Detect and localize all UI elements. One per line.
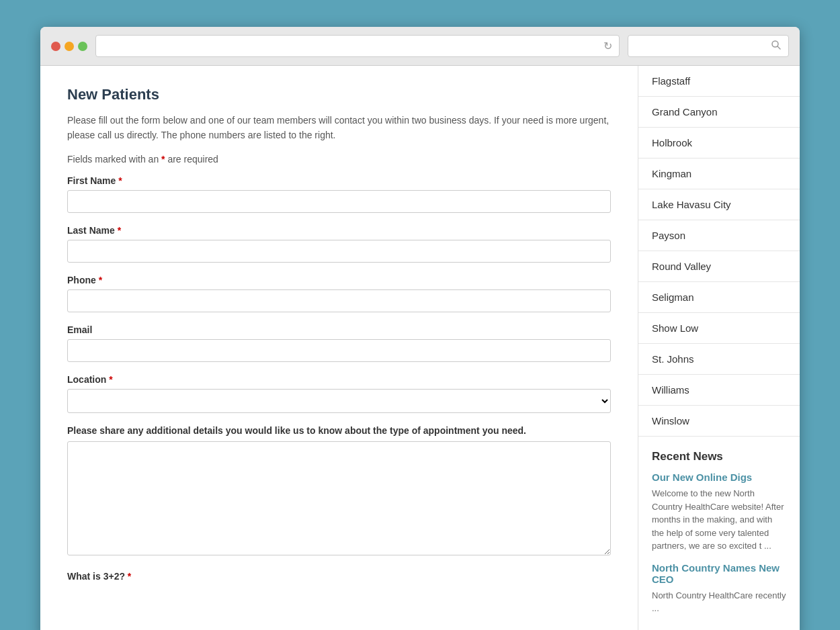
additional-details-group: Please share any additional details you … xyxy=(67,425,611,558)
recent-news-section: Recent News Our New Online Digs Welcome … xyxy=(638,437,800,630)
news-link-1[interactable]: Our New Online Digs xyxy=(652,471,786,483)
browser-window: http:// ↻ New Patients Please fill out t… xyxy=(40,27,800,630)
browser-search-input[interactable] xyxy=(635,41,771,52)
location-select[interactable]: Flagstaff Grand Canyon Holbrook Kingman … xyxy=(67,389,611,413)
last-name-label: Last Name * xyxy=(67,225,611,236)
location-label: Location * xyxy=(67,374,611,385)
location-group: Location * Flagstaff Grand Canyon Holbro… xyxy=(67,374,611,413)
required-asterisk: * xyxy=(161,154,167,165)
list-item: Round Valley xyxy=(638,251,800,282)
svg-line-1 xyxy=(778,46,780,49)
captcha-group: What is 3+2? * xyxy=(67,570,611,582)
main-content-area: New Patients Please fill out the form be… xyxy=(40,66,638,630)
email-label: Email xyxy=(67,324,611,335)
minimize-button[interactable] xyxy=(65,42,74,51)
email-input[interactable] xyxy=(67,339,611,362)
sidebar-item-seligman[interactable]: Seligman xyxy=(638,282,800,312)
first-name-input[interactable] xyxy=(67,190,611,213)
list-item: Payson xyxy=(638,220,800,251)
list-item: Winslow xyxy=(638,406,800,437)
last-name-group: Last Name * xyxy=(67,225,611,263)
browser-chrome: http:// ↻ xyxy=(40,27,800,66)
first-name-label: First Name * xyxy=(67,175,611,186)
search-icon[interactable] xyxy=(771,40,782,52)
list-item: Holbrook xyxy=(638,128,800,159)
additional-details-label: Please share any additional details you … xyxy=(67,425,611,436)
news-excerpt-2: North Country HealthCare recently ... xyxy=(652,589,786,615)
list-item: Seligman xyxy=(638,282,800,313)
last-name-input[interactable] xyxy=(67,240,611,263)
url-input[interactable]: http:// xyxy=(103,41,598,52)
captcha-label: What is 3+2? * xyxy=(67,571,131,582)
list-item: Flagstaff xyxy=(638,66,800,97)
list-item: Show Low xyxy=(638,313,800,344)
phone-input[interactable] xyxy=(67,289,611,312)
sidebar-item-lake-havasu[interactable]: Lake Havasu City xyxy=(638,189,800,220)
sidebar-item-round-valley[interactable]: Round Valley xyxy=(638,251,800,281)
list-item: Kingman xyxy=(638,159,800,189)
news-excerpt-1: Welcome to the new North Country HealthC… xyxy=(652,487,786,553)
traffic-lights xyxy=(51,42,87,51)
sidebar-item-williams[interactable]: Williams xyxy=(638,375,800,405)
locations-list: Flagstaff Grand Canyon Holbrook Kingman … xyxy=(638,66,800,437)
email-group: Email xyxy=(67,324,611,362)
refresh-button[interactable]: ↻ xyxy=(603,40,612,52)
phone-group: Phone * xyxy=(67,275,611,312)
sidebar-item-st-johns[interactable]: St. Johns xyxy=(638,344,800,374)
close-button[interactable] xyxy=(51,42,60,51)
browser-content: New Patients Please fill out the form be… xyxy=(40,66,800,630)
list-item: Williams xyxy=(638,375,800,406)
required-note: Fields marked with an * are required xyxy=(67,154,611,165)
sidebar: Flagstaff Grand Canyon Holbrook Kingman … xyxy=(638,66,800,630)
additional-details-textarea[interactable] xyxy=(67,441,611,555)
search-bar xyxy=(628,35,789,57)
sidebar-item-flagstaff[interactable]: Flagstaff xyxy=(638,66,800,96)
news-link-2[interactable]: North Country Names New CEO xyxy=(652,562,786,585)
recent-news-title: Recent News xyxy=(652,450,786,463)
list-item: Grand Canyon xyxy=(638,97,800,128)
sidebar-item-show-low[interactable]: Show Low xyxy=(638,313,800,343)
page-description: Please fill out the form below and one o… xyxy=(67,113,611,143)
sidebar-item-holbrook[interactable]: Holbrook xyxy=(638,128,800,158)
maximize-button[interactable] xyxy=(78,42,87,51)
page-title: New Patients xyxy=(67,86,611,103)
first-name-group: First Name * xyxy=(67,175,611,213)
sidebar-item-kingman[interactable]: Kingman xyxy=(638,159,800,189)
sidebar-item-winslow[interactable]: Winslow xyxy=(638,406,800,436)
sidebar-item-payson[interactable]: Payson xyxy=(638,220,800,251)
url-bar: http:// ↻ xyxy=(95,35,620,57)
phone-label: Phone * xyxy=(67,275,611,285)
sidebar-item-grand-canyon[interactable]: Grand Canyon xyxy=(638,97,800,127)
list-item: Lake Havasu City xyxy=(638,189,800,220)
list-item: St. Johns xyxy=(638,344,800,375)
